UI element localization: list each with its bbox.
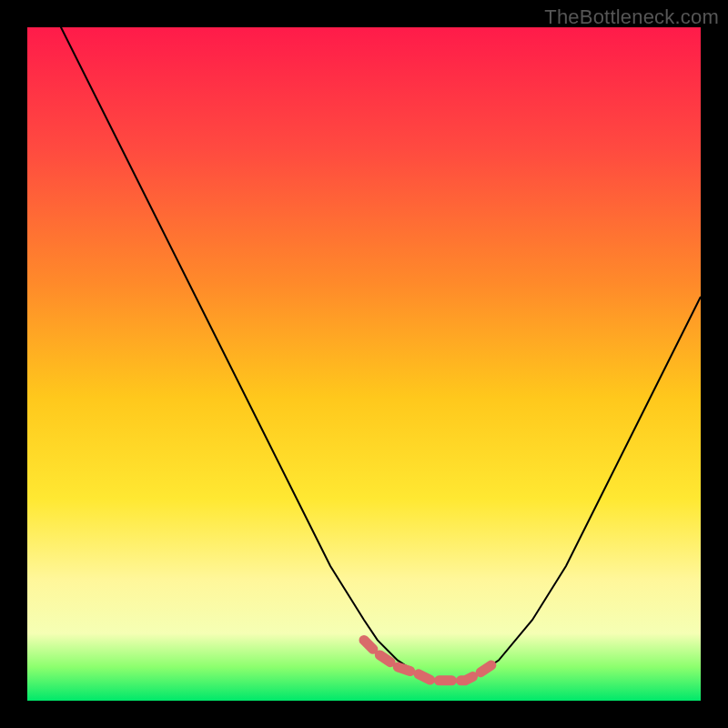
watermark-text: TheBottleneck.com — [544, 5, 719, 29]
curve-layer — [27, 27, 701, 701]
plot-area — [27, 27, 701, 701]
bottleneck-curve-path — [27, 27, 701, 681]
chart-frame: TheBottleneck.com — [0, 0, 728, 728]
